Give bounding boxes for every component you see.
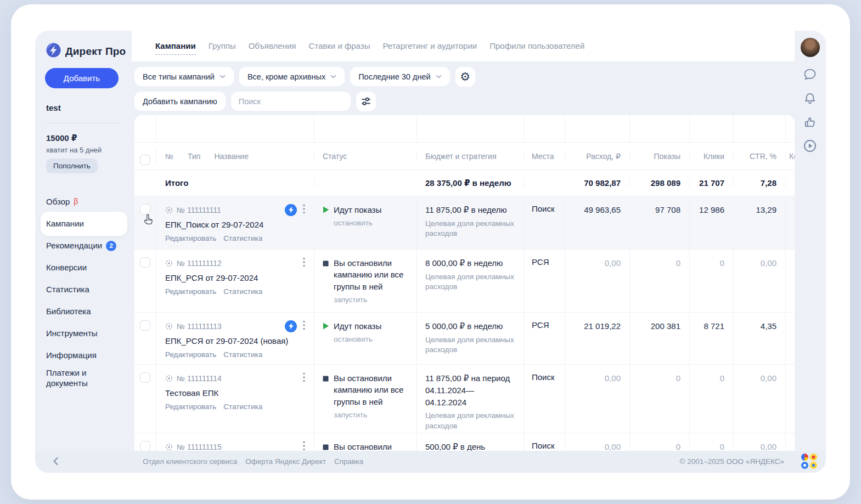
period-dropdown[interactable]: Последние 30 дней <box>350 67 449 86</box>
footer-link-support[interactable]: Отдел клиентского сервиса <box>143 457 237 466</box>
totals-budget: 28 375,00 ₽ в неделю <box>417 178 524 188</box>
ctr-value: 4,35 <box>734 313 786 364</box>
top-navigation: Кампании Группы Объявления Ставки и фраз… <box>132 31 795 61</box>
play-video-icon[interactable] <box>802 138 818 154</box>
column-header-spend[interactable]: Расход, ₽ <box>565 152 630 161</box>
statistics-link[interactable]: Статистика <box>223 350 262 359</box>
advanced-filter-button[interactable] <box>356 92 376 111</box>
row-menu-icon[interactable] <box>301 257 307 269</box>
column-header-ctr[interactable]: CTR, % <box>734 152 786 161</box>
boost-bolt-badge[interactable] <box>285 204 297 216</box>
recommendations-count-badge: 2 <box>106 241 116 251</box>
thumbs-up-icon[interactable] <box>802 115 818 130</box>
collapse-sidebar-chevron[interactable] <box>49 455 61 467</box>
archive-filter-dropdown[interactable]: Все, кроме архивных <box>239 67 345 86</box>
sidebar-item-overview[interactable]: Обзор β <box>35 191 132 213</box>
sidebar-item-statistics[interactable]: Статистика <box>35 279 132 301</box>
column-header-budget[interactable]: Бюджет и стратегия <box>417 152 524 161</box>
campaign-name[interactable]: Тестовая ЕПК <box>165 388 309 398</box>
table-header-row: № Тип Название Статус Бюджет и стратегия… <box>134 143 795 170</box>
app-panel: Директ Про Добавить test 15000 ₽ хватит … <box>35 31 826 473</box>
column-header-type[interactable]: Тип <box>188 152 200 161</box>
campaign-name[interactable]: ЕПК_РСЯ от 29-07-2024 <box>165 273 309 282</box>
app-window: Директ Про Добавить test 15000 ₽ хватит … <box>11 4 850 500</box>
status-action-link[interactable]: остановить <box>334 219 410 227</box>
topup-button[interactable]: Пополнить <box>46 158 98 173</box>
sidebar-item-information[interactable]: Информация <box>35 344 132 366</box>
status-action-link[interactable]: остановить <box>334 335 410 343</box>
table-filter-row <box>134 115 795 143</box>
spend-value: 21 019,22 <box>565 313 630 364</box>
row-menu-icon[interactable] <box>301 203 307 216</box>
sidebar-item-campaigns[interactable]: Кампании <box>35 213 132 235</box>
row-menu-icon[interactable] <box>301 320 307 332</box>
tab-campaigns[interactable]: Кампании <box>155 41 196 55</box>
column-header-number[interactable]: № <box>165 152 173 161</box>
column-header-name[interactable]: Название <box>214 152 249 161</box>
sidebar-item-conversions[interactable]: Конверсии <box>35 257 132 279</box>
spend-value: 0,00 <box>565 250 630 312</box>
table-row: № 111111113 ЕПК_РСЯ от 29-07-2024 (новая… <box>134 313 795 365</box>
edit-link[interactable]: Редактировать <box>165 350 216 359</box>
select-all-checkbox[interactable] <box>140 155 150 165</box>
sidebar-item-recommendations[interactable]: Рекомендации 2 <box>35 235 132 257</box>
row-checkbox[interactable] <box>140 257 150 268</box>
row-checkbox[interactable] <box>140 372 150 383</box>
settings-gear-button[interactable]: ⚙ <box>455 67 475 87</box>
row-menu-icon[interactable] <box>301 440 307 451</box>
boost-bolt-badge[interactable] <box>285 320 297 332</box>
search-input[interactable] <box>231 92 351 111</box>
footer-link-offer[interactable]: Оферта Яндекс Директ <box>245 457 326 466</box>
tab-retargeting[interactable]: Ретаргетинг и аудитории <box>382 41 477 55</box>
sidebar-divider <box>46 123 121 123</box>
footer: Отдел клиентского сервиса Оферта Яндекс … <box>35 451 826 473</box>
sidebar-item-library[interactable]: Библиотека <box>35 301 132 322</box>
sidebar-item-tools[interactable]: Инструменты <box>35 322 132 344</box>
shows-value: 0 <box>630 365 690 433</box>
column-header-conversions-clipped[interactable]: Ко <box>786 152 795 161</box>
clicks-value: 0 <box>690 433 734 451</box>
add-campaign-button[interactable]: Добавить кампанию <box>134 92 226 111</box>
column-header-clicks[interactable]: Клики <box>690 152 734 161</box>
statistics-link[interactable]: Статистика <box>223 234 262 242</box>
row-checkbox[interactable] <box>140 204 150 214</box>
clicks-value: 0 <box>690 365 734 433</box>
statistics-link[interactable]: Статистика <box>223 287 262 296</box>
campaign-name[interactable]: ЕПК_РСЯ от 29-07-2024 (новая) <box>165 336 309 346</box>
chat-icon[interactable] <box>802 67 818 82</box>
edit-link[interactable]: Редактировать <box>165 403 216 411</box>
column-header-status[interactable]: Статус <box>314 152 417 161</box>
beta-badge: β <box>74 197 78 207</box>
totals-spend: 70 982,87 <box>565 178 630 188</box>
column-header-places[interactable]: Места <box>524 152 565 161</box>
add-button[interactable]: Добавить <box>45 68 119 88</box>
sidebar-item-payments[interactable]: Платежи и документы <box>35 366 132 397</box>
status-action-link[interactable]: запустить <box>334 296 410 304</box>
shows-value: 0 <box>630 433 690 451</box>
row-checkbox[interactable] <box>140 441 150 451</box>
statistics-link[interactable]: Статистика <box>223 403 262 411</box>
places-value: РСЯ <box>524 250 565 312</box>
notifications-bell-icon[interactable] <box>802 91 818 106</box>
tab-bids-phrases[interactable]: Ставки и фразы <box>308 41 370 55</box>
edit-link[interactable]: Редактировать <box>165 234 216 242</box>
edit-link[interactable]: Редактировать <box>165 287 216 296</box>
spend-value: 49 963,65 <box>565 196 630 249</box>
column-header-shows[interactable]: Показы <box>630 152 690 161</box>
campaign-type-dropdown[interactable]: Все типы кампаний <box>134 67 234 86</box>
table-row: № 111111115 Вы остановили кампанию или в… <box>134 433 795 451</box>
campaign-name[interactable]: ЕПК_Поиск от 29-07-2024 <box>165 220 309 229</box>
row-menu-icon[interactable] <box>301 372 307 384</box>
status-text: Вы остановили кампанию или все группы в … <box>334 441 410 451</box>
tab-user-profiles[interactable]: Профили пользователей <box>489 41 584 55</box>
yandex-services-widget[interactable] <box>801 454 818 469</box>
ctr-value: 13,29 <box>734 196 786 249</box>
tab-groups[interactable]: Группы <box>209 41 236 55</box>
status-action-link[interactable]: запустить <box>334 411 410 419</box>
footer-link-help[interactable]: Справка <box>334 457 363 466</box>
avatar[interactable] <box>801 38 820 57</box>
budget-value: 500,00 ₽ в день <box>425 441 515 451</box>
row-checkbox[interactable] <box>140 320 150 331</box>
balance-amount: 15000 ₽ <box>46 133 77 143</box>
tab-ads[interactable]: Объявления <box>249 41 296 55</box>
